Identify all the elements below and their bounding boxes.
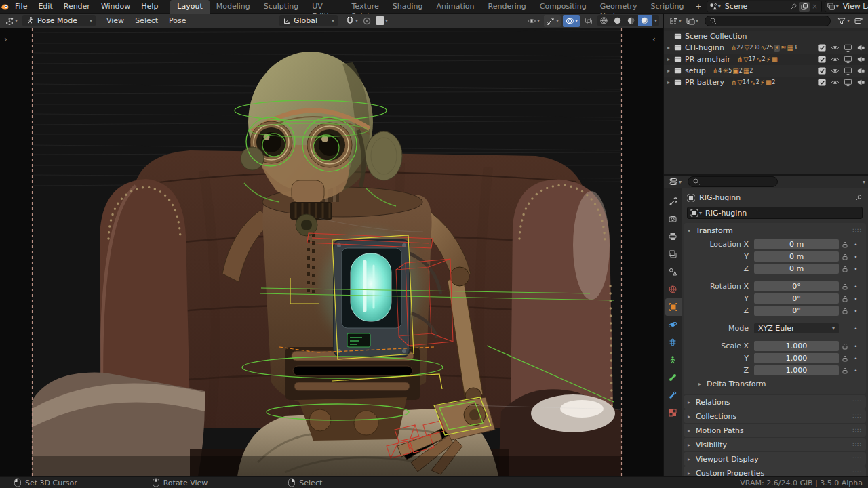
- value-field[interactable]: 1.000: [754, 365, 839, 375]
- menu-file[interactable]: File: [9, 1, 33, 12]
- panel-relations[interactable]: ▸Relations∷∷: [684, 395, 866, 409]
- workspace-tab-shading[interactable]: Shading: [386, 0, 430, 14]
- panel-viewport-display[interactable]: ▸Viewport Display∷∷: [684, 452, 866, 466]
- animate-dot[interactable]: •: [851, 241, 861, 248]
- disable-render-toggle[interactable]: [856, 78, 865, 87]
- workspace-tab-scripting[interactable]: Scripting: [644, 0, 691, 14]
- disable-viewports-toggle[interactable]: [844, 66, 852, 75]
- properties-tab-output[interactable]: [664, 228, 682, 245]
- value-field[interactable]: 0°: [754, 306, 839, 316]
- panel-drag-handle[interactable]: ∷∷: [853, 470, 862, 476]
- pin-icon[interactable]: [789, 3, 797, 11]
- properties-tab-texture[interactable]: [664, 404, 682, 422]
- animate-dot[interactable]: •: [851, 296, 861, 302]
- value-field[interactable]: 0 m: [754, 239, 839, 249]
- shading-wireframe-button[interactable]: [597, 15, 611, 26]
- lock-icon[interactable]: [839, 283, 851, 291]
- hide-viewport-toggle[interactable]: [831, 66, 840, 75]
- pin-icon[interactable]: [854, 194, 863, 202]
- properties-tab-constraints[interactable]: [664, 333, 682, 351]
- workspace-tab-compositing[interactable]: Compositing: [533, 0, 593, 14]
- workspace-tab-rendering[interactable]: Rendering: [481, 0, 533, 14]
- panel-drag-handle[interactable]: ∷∷: [853, 455, 862, 462]
- properties-tab-object[interactable]: [665, 298, 682, 316]
- proportional-falloff-dropdown[interactable]: ▾: [374, 15, 390, 26]
- menu-render[interactable]: Render: [58, 1, 96, 12]
- properties-tab-scene[interactable]: [664, 263, 682, 281]
- delta-transform-panel[interactable]: ▸ Delta Transform: [684, 377, 866, 390]
- toolbar-expand-arrow[interactable]: ›: [4, 35, 7, 44]
- view-layer-name[interactable]: View Layer: [839, 2, 868, 11]
- outliner-row-ch-huginn[interactable]: ▸CH-huginn⋔22▽230∿25⚡≋▦3: [664, 42, 868, 54]
- exclude-checkbox[interactable]: [818, 43, 827, 52]
- workspace-tab-sculpting[interactable]: Sculpting: [257, 0, 305, 14]
- workspace-tab-texture-paint[interactable]: Texture Paint: [345, 0, 386, 14]
- overlays-dropdown[interactable]: ▾: [563, 15, 580, 27]
- menu-edit[interactable]: Edit: [33, 1, 58, 12]
- hide-viewport-toggle[interactable]: [831, 55, 840, 64]
- outliner-search[interactable]: [705, 16, 831, 26]
- animate-dot[interactable]: •: [851, 253, 861, 260]
- viewport-canvas[interactable]: › ‹: [0, 28, 663, 476]
- scene-selector[interactable]: ▾ Scene ×: [707, 1, 822, 12]
- visibility-dropdown[interactable]: ▾: [525, 15, 542, 27]
- value-field[interactable]: 0 m: [754, 251, 839, 262]
- new-scene-button[interactable]: [799, 2, 810, 12]
- disable-render-toggle[interactable]: [856, 66, 865, 75]
- lock-icon[interactable]: [839, 241, 851, 249]
- sidebar-expand-arrow[interactable]: ‹: [652, 35, 656, 44]
- disable-render-toggle[interactable]: [856, 55, 865, 64]
- panel-custom-properties[interactable]: ▸Custom Properties∷∷: [684, 466, 866, 476]
- hide-viewport-toggle[interactable]: [831, 78, 840, 87]
- workspace-tab-animation[interactable]: Animation: [429, 0, 481, 14]
- panel-drag-handle[interactable]: ∷∷: [853, 427, 862, 434]
- exclude-checkbox[interactable]: [818, 78, 827, 87]
- properties-tab-render[interactable]: [664, 210, 682, 228]
- outliner-row-scene-collection[interactable]: Scene Collection: [664, 30, 868, 42]
- exclude-checkbox[interactable]: [818, 55, 827, 64]
- proportional-editing-toggle[interactable]: [360, 15, 374, 27]
- properties-tab-bone[interactable]: [664, 369, 682, 386]
- breadcrumb-object-name[interactable]: RIG-huginn: [699, 193, 741, 202]
- properties-tab-object-data[interactable]: [664, 351, 682, 369]
- value-field[interactable]: 1.000: [754, 353, 839, 363]
- animate-dot[interactable]: •: [851, 308, 861, 314]
- transform-panel-header[interactable]: ▾ Transform ∷∷: [684, 223, 866, 238]
- lock-icon[interactable]: [839, 265, 851, 273]
- properties-tab-tool[interactable]: [664, 192, 682, 210]
- expand-arrow-icon[interactable]: ▸: [664, 68, 673, 74]
- exclude-checkbox[interactable]: [818, 66, 827, 75]
- lock-icon[interactable]: [839, 307, 851, 315]
- panel-drag-handle[interactable]: ∷∷: [853, 227, 862, 234]
- workspace-tab-layout[interactable]: Layout: [170, 0, 209, 14]
- outliner-row-setup[interactable]: ▸setup⋔4☀5▣2▦2: [664, 65, 868, 77]
- workspace-tab-uv-editing[interactable]: UV Editing: [305, 0, 344, 14]
- properties-tab-world[interactable]: [664, 281, 682, 298]
- properties-tab-bone-constraint[interactable]: [664, 386, 682, 404]
- menu-window[interactable]: Window: [96, 1, 136, 12]
- animate-dot[interactable]: •: [851, 355, 861, 362]
- outliner-filter-button[interactable]: ▾: [835, 15, 852, 27]
- animate-dot[interactable]: •: [851, 283, 861, 290]
- hide-viewport-toggle[interactable]: [831, 43, 840, 52]
- xray-toggle[interactable]: [582, 15, 595, 26]
- disable-viewports-toggle[interactable]: [844, 78, 852, 87]
- properties-tab-physics[interactable]: [664, 316, 682, 333]
- unlink-scene-button[interactable]: ×: [810, 3, 819, 10]
- menu-select[interactable]: Select: [130, 15, 163, 26]
- outliner-editor-type-button[interactable]: ▾: [667, 15, 684, 27]
- snap-toggle[interactable]: ▾: [343, 15, 360, 27]
- mode-select[interactable]: XYZ Euler▾: [754, 323, 839, 333]
- animate-dot[interactable]: •: [851, 266, 861, 272]
- outliner-row-pr-armchair[interactable]: ▸PR-armchair⋔▽17∿2⚡▦: [664, 54, 868, 65]
- expand-arrow-icon[interactable]: ▸: [664, 56, 673, 62]
- menu-view[interactable]: View: [101, 15, 130, 26]
- viewport-3d[interactable]: › ‹: [0, 28, 663, 476]
- expand-arrow-icon[interactable]: ▸: [664, 45, 673, 51]
- properties-search[interactable]: [688, 176, 777, 187]
- shading-material-button[interactable]: [625, 15, 638, 26]
- disable-viewports-toggle[interactable]: [844, 55, 852, 64]
- lock-icon[interactable]: [839, 354, 851, 363]
- panel-motion-paths[interactable]: ▸Motion Paths∷∷: [684, 424, 866, 437]
- workspace-tab-geometry-nodes[interactable]: Geometry Nodes: [593, 0, 644, 14]
